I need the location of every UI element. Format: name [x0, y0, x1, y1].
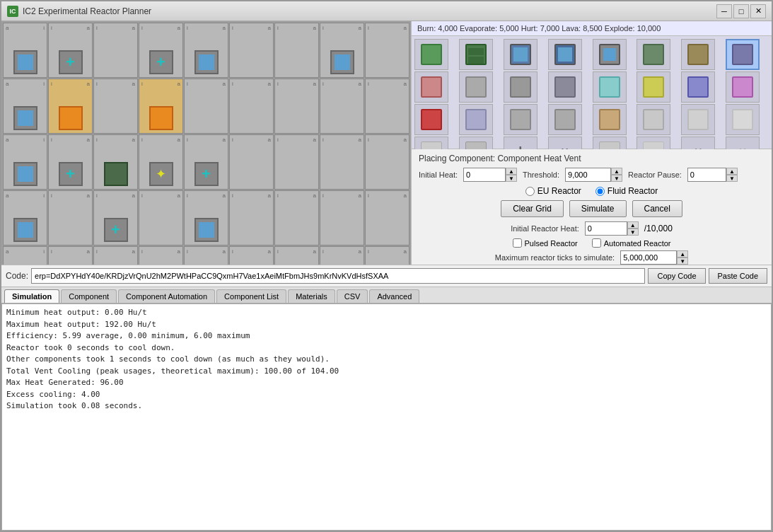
table-row[interactable]: ai	[3, 246, 47, 265]
reactor-heat-up[interactable]: ▲	[627, 221, 639, 229]
picker-item-isot-4[interactable]	[548, 104, 582, 135]
picker-item-isot-6[interactable]	[637, 104, 670, 135]
reactor-pause-input[interactable]	[687, 168, 726, 182]
table-row[interactable]: ia	[48, 79, 93, 134]
tab-advanced[interactable]: Advanced	[369, 289, 419, 303]
picker-item-reactor-heat-vent[interactable]	[681, 39, 715, 70]
table-row[interactable]: ia	[48, 190, 93, 245]
picker-item-adv-exch[interactable]	[548, 71, 582, 103]
picker-item-component-heat-vent[interactable]	[726, 39, 760, 70]
picker-item-isot-5[interactable]	[593, 104, 627, 135]
paste-code-button[interactable]: Paste Code	[709, 268, 767, 284]
tab-csv[interactable]: CSV	[337, 289, 368, 303]
table-row[interactable]: ia	[184, 23, 228, 78]
table-row[interactable]: ia	[320, 79, 364, 134]
table-row[interactable]: ia	[229, 134, 274, 190]
table-row[interactable]: ia	[93, 246, 138, 265]
table-row[interactable]: ia	[139, 246, 183, 265]
picker-item-lzh[interactable]	[681, 71, 715, 103]
threshold-up[interactable]: ▲	[611, 168, 622, 175]
table-row[interactable]: ia	[139, 190, 183, 245]
table-row[interactable]: ia	[365, 246, 409, 265]
table-row[interactable]: ia	[274, 23, 319, 78]
table-row[interactable]: ai	[3, 134, 47, 190]
eu-reactor-label[interactable]: EU Reactor	[525, 186, 581, 196]
max-ticks-up[interactable]: ▲	[677, 250, 688, 258]
pulsed-reactor-checkbox[interactable]	[513, 238, 522, 248]
table-row[interactable]: ia	[93, 190, 138, 245]
picker-item-uranium[interactable]	[459, 39, 493, 70]
table-row[interactable]: ia	[229, 246, 274, 265]
table-row[interactable]: ia	[365, 134, 409, 190]
table-row[interactable]: ia	[229, 190, 274, 245]
picker-item-empty[interactable]	[414, 39, 448, 70]
initial-heat-up[interactable]: ▲	[506, 168, 517, 175]
table-row[interactable]: ai	[3, 23, 47, 78]
max-ticks-down[interactable]: ▼	[677, 258, 688, 265]
initial-heat-input[interactable]	[463, 168, 506, 182]
tab-simulation[interactable]: Simulation	[4, 289, 59, 303]
table-row[interactable]: ia	[48, 134, 93, 190]
table-row[interactable]: ia	[320, 134, 364, 190]
fluid-reactor-label[interactable]: Fluid Reactor	[595, 186, 658, 196]
picker-item-neutron[interactable]	[726, 71, 760, 103]
table-row[interactable]: ia	[274, 79, 319, 134]
table-row[interactable]: ia	[365, 23, 409, 78]
simulate-button[interactable]: Simulate	[569, 200, 627, 217]
table-row[interactable]: ia	[274, 190, 319, 245]
table-row[interactable]: ia	[184, 190, 228, 245]
maximize-button[interactable]: □	[733, 4, 749, 18]
table-row[interactable]: ia	[184, 134, 228, 190]
picker-item-dual-uranium[interactable]	[504, 39, 537, 70]
threshold-down[interactable]: ▼	[611, 175, 622, 182]
reactor-pause-up[interactable]: ▲	[726, 168, 738, 175]
table-row[interactable]: ai	[3, 79, 47, 134]
tab-component[interactable]: Component	[61, 289, 117, 303]
table-row[interactable]: ia	[365, 79, 409, 134]
table-row[interactable]: ia	[48, 23, 93, 78]
copy-code-button[interactable]: Copy Code	[648, 268, 705, 284]
table-row[interactable]: ia	[229, 23, 274, 78]
tab-materials[interactable]: Materials	[288, 289, 335, 303]
picker-item-heat-vent[interactable]	[593, 39, 627, 70]
code-input[interactable]	[31, 268, 645, 284]
table-row[interactable]: ai	[3, 190, 47, 245]
cancel-button[interactable]: Cancel	[632, 200, 682, 217]
picker-item-isot-7[interactable]	[681, 104, 715, 135]
picker-item-isot-8[interactable]	[726, 104, 760, 135]
table-row[interactable]: ia	[184, 246, 228, 265]
reactor-heat-input[interactable]	[585, 221, 627, 236]
table-row[interactable]: ia	[365, 190, 409, 245]
table-row[interactable]: ia	[93, 79, 138, 134]
reactor-pause-down[interactable]: ▼	[726, 175, 738, 182]
table-row[interactable]: ia	[139, 79, 183, 134]
initial-heat-down[interactable]: ▼	[506, 175, 517, 182]
threshold-input[interactable]	[565, 168, 611, 182]
picker-item-adv-heat-vent[interactable]	[637, 39, 670, 70]
table-row[interactable]: ia	[139, 23, 183, 78]
automated-reactor-label[interactable]: Automated Reactor	[592, 238, 671, 248]
table-row[interactable]: ia	[320, 246, 364, 265]
picker-item-coolant-1[interactable]	[593, 71, 627, 103]
table-row[interactable]: ia	[93, 23, 138, 78]
eu-reactor-radio[interactable]	[525, 187, 535, 196]
table-row[interactable]: ia	[48, 246, 93, 265]
table-row[interactable]: ia	[93, 134, 138, 190]
picker-item-quad-uranium[interactable]	[548, 39, 582, 70]
max-ticks-input[interactable]	[620, 250, 677, 265]
table-row[interactable]: ia	[229, 79, 274, 134]
clear-grid-button[interactable]: Clear Grid	[501, 200, 564, 217]
table-row[interactable]: ia	[274, 134, 319, 190]
table-row[interactable]: ia	[320, 190, 364, 245]
picker-item-coolant-2[interactable]	[637, 71, 670, 103]
table-row[interactable]: ia	[184, 79, 228, 134]
table-row[interactable]: ia	[139, 134, 183, 190]
automated-reactor-checkbox[interactable]	[592, 238, 601, 248]
minimize-button[interactable]: ─	[716, 4, 732, 18]
picker-item-overclocked[interactable]	[414, 71, 448, 103]
picker-item-isot-3[interactable]	[504, 104, 537, 135]
table-row[interactable]: ia	[274, 246, 319, 265]
picker-item-heat-exch[interactable]	[459, 71, 493, 103]
picker-item-comp-exch[interactable]	[504, 71, 537, 103]
picker-item-isot-2[interactable]	[459, 104, 493, 135]
